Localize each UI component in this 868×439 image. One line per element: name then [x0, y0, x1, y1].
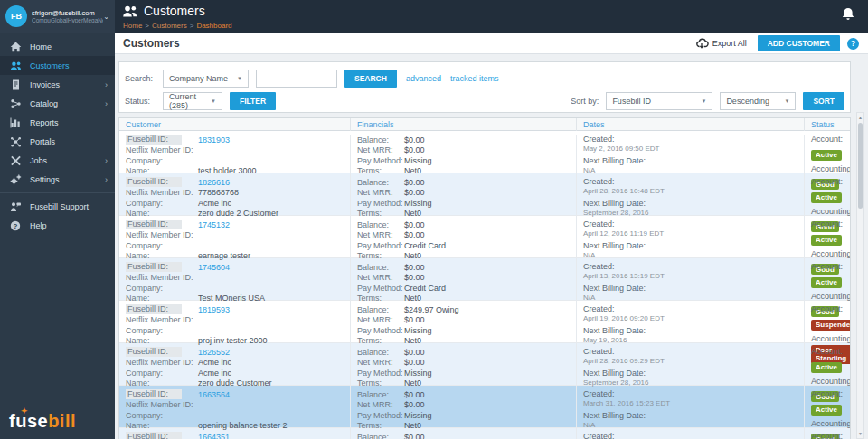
- advanced-link[interactable]: advanced: [406, 74, 441, 83]
- filter-panel: Search: Company Name▼ SEARCH advanced tr…: [118, 61, 851, 113]
- fusebill-id-link[interactable]: 1826616: [198, 178, 230, 187]
- table-row[interactable]: Fusebill ID:1819593 Netflix Member ID: C…: [119, 301, 850, 343]
- table-row[interactable]: Fusebill ID:1831903 Netflix Member ID: C…: [119, 131, 850, 173]
- export-all-button[interactable]: Export All: [696, 38, 747, 49]
- table-row[interactable]: Fusebill ID:1826616 Netflix Member ID:77…: [119, 173, 850, 216]
- pay-method-value: Missing: [404, 326, 432, 335]
- breadcrumb: Home>Customers>Dashboard: [123, 22, 232, 30]
- reports-icon: [10, 117, 23, 128]
- terms-value: Net0: [404, 421, 421, 430]
- fusebill-id-link[interactable]: 1663564: [198, 390, 230, 399]
- sort-direction-select[interactable]: Descending▼: [720, 92, 796, 110]
- table-row[interactable]: Fusebill ID:1663564 Netflix Member ID: C…: [119, 386, 850, 428]
- balance-label: Balance:: [357, 305, 404, 314]
- jobs-icon: [10, 155, 23, 166]
- customers-table: Customer Financials Dates Status Fusebil…: [118, 117, 851, 439]
- filter-button[interactable]: FILTER: [230, 92, 276, 110]
- terms-label: Terms:: [357, 294, 404, 303]
- created-label: Created:: [583, 347, 804, 357]
- created-label: Created:: [583, 389, 804, 399]
- company-value: Acme inc: [198, 199, 231, 208]
- sort-button[interactable]: SORT: [803, 92, 844, 110]
- sidebar-item-fusebill-support[interactable]: Fusebill Support: [0, 197, 115, 216]
- next-billing-label: Next Billing Date:: [583, 411, 804, 421]
- pay-method-value: Credit Card: [404, 241, 446, 250]
- account-status-badge: Active: [811, 235, 842, 246]
- netflix-id-label: Netflix Member ID:: [126, 400, 198, 409]
- search-input[interactable]: [256, 70, 337, 88]
- col-header-financials[interactable]: Financials: [350, 118, 576, 131]
- vertical-scrollbar[interactable]: ▲ ▼: [856, 112, 864, 439]
- breadcrumb-customers[interactable]: Customers: [152, 22, 187, 30]
- sort-field-select[interactable]: Fusebill ID▼: [606, 92, 712, 110]
- status-select[interactable]: Current (285)▼: [163, 92, 222, 110]
- pay-method-label: Pay Method:: [357, 411, 404, 420]
- sidebar-item-settings[interactable]: Settings ›: [0, 170, 115, 189]
- tracked-items-link[interactable]: tracked items: [450, 74, 499, 83]
- account-label: Account:: [811, 177, 851, 187]
- help-icon[interactable]: ?: [847, 38, 859, 50]
- fusebill-id-link[interactable]: 1831903: [198, 135, 230, 145]
- status-label: Status:: [125, 97, 152, 106]
- terms-label: Terms:: [357, 336, 404, 345]
- table-header: Customer Financials Dates Status: [119, 118, 850, 131]
- fusebill-id-label: Fusebill ID:: [126, 389, 182, 399]
- scrollbar-thumb[interactable]: [858, 123, 863, 209]
- chevron-down-icon: ⌄: [103, 13, 109, 21]
- terms-value: Net0: [404, 251, 421, 260]
- sidebar-item-jobs[interactable]: Jobs ›: [0, 151, 115, 170]
- created-label: Created:: [583, 262, 804, 272]
- fusebill-id-link[interactable]: 1745604: [198, 263, 230, 272]
- fusebill-id-link[interactable]: 1826552: [198, 348, 230, 357]
- sidebar-item-label: Reports: [30, 118, 59, 127]
- created-value: April 28, 2016 09:29 EDT: [583, 357, 804, 369]
- customers-icon: [122, 5, 138, 18]
- terms-label: Terms:: [357, 209, 404, 218]
- fusebill-id-link[interactable]: 1819593: [198, 305, 230, 314]
- sidebar-item-catalog[interactable]: Catalog ›: [0, 94, 115, 113]
- scroll-down-icon[interactable]: ▼: [857, 431, 863, 436]
- search-button[interactable]: SEARCH: [344, 70, 397, 88]
- netflix-id-label: Netflix Member ID:: [126, 358, 198, 367]
- table-row[interactable]: Fusebill ID:1745604 Netflix Member ID: C…: [119, 258, 850, 301]
- fusebill-id-link[interactable]: 1745132: [198, 220, 230, 229]
- balance-value: $0.00: [404, 135, 425, 145]
- search-field-select[interactable]: Company Name▼: [163, 70, 249, 88]
- col-header-customer[interactable]: Customer: [119, 118, 350, 131]
- sidebar-item-help[interactable]: ? Help: [0, 216, 115, 235]
- net-mrr-value: $0.00: [404, 273, 425, 282]
- catalog-icon: [10, 98, 23, 109]
- col-header-dates[interactable]: Dates: [576, 118, 804, 131]
- fusebill-id-link[interactable]: 1664351: [198, 433, 230, 439]
- sidebar-item-portals[interactable]: Portals: [0, 132, 115, 151]
- notifications-bell-icon[interactable]: [841, 7, 855, 26]
- table-row[interactable]: Fusebill ID:1826552 Netflix Member ID:Ac…: [119, 343, 850, 386]
- svg-text:?: ?: [14, 221, 18, 229]
- table-row[interactable]: Fusebill ID:1745132 Netflix Member ID: C…: [119, 216, 850, 258]
- terms-value: Net0: [404, 378, 421, 388]
- user-menu[interactable]: FB sfrigon@fusebill.com CompuGlobalHyper…: [0, 0, 115, 33]
- sidebar-item-reports[interactable]: Reports: [0, 113, 115, 132]
- settings-icon: [10, 174, 23, 185]
- netflix-id-value: 778868768: [198, 188, 239, 197]
- name-label: Name:: [126, 294, 198, 303]
- name-value: proj inv tester 2000: [198, 336, 268, 345]
- fusebill-id-label: Fusebill ID:: [126, 262, 182, 272]
- company-label: Company:: [126, 411, 198, 420]
- support-icon: [10, 201, 23, 212]
- add-customer-button[interactable]: ADD CUSTOMER: [758, 35, 840, 51]
- col-header-status[interactable]: Status: [804, 118, 850, 131]
- scroll-up-icon[interactable]: ▲: [857, 115, 863, 120]
- sidebar-item-home[interactable]: Home: [0, 37, 115, 56]
- company-label: Company:: [126, 156, 198, 165]
- sidebar-item-invoices[interactable]: Invoices ›: [0, 75, 115, 94]
- customer-table-body: Fusebill ID:1831903 Netflix Member ID: C…: [119, 131, 850, 439]
- terms-label: Terms:: [357, 378, 404, 388]
- name-label: Name:: [126, 421, 198, 430]
- sidebar-item-label: Settings: [30, 175, 60, 184]
- netflix-id-label: Netflix Member ID:: [126, 188, 198, 197]
- created-value: April 19, 2016 09:20 EDT: [583, 314, 804, 326]
- sidebar-item-customers[interactable]: Customers: [0, 56, 115, 75]
- name-label: Name:: [126, 336, 198, 345]
- breadcrumb-home[interactable]: Home: [123, 22, 142, 30]
